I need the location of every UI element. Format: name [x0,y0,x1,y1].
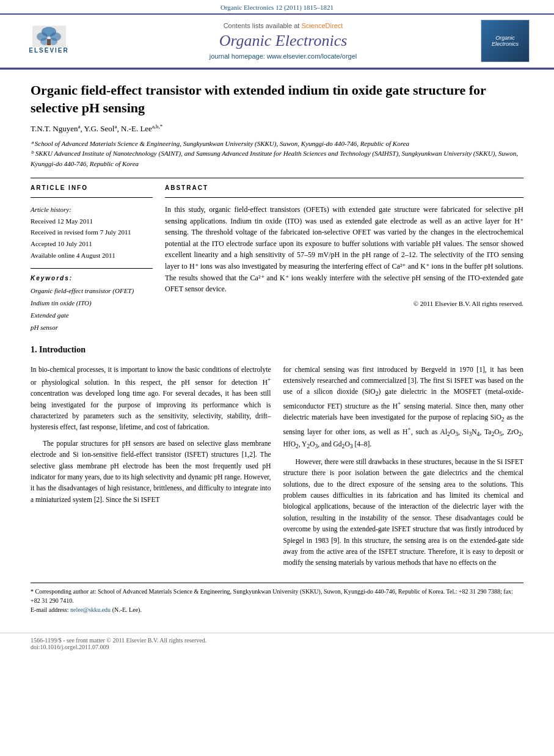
hfo2-sub: 2 [296,443,299,450]
received-revised-date: Received in revised form 7 July 2011 [31,228,131,236]
history-label: Article history: [31,204,153,216]
footnote-section: * Corresponding author at: School of Adv… [31,583,523,614]
abstract-text: In this study, organic field-effect tran… [165,204,523,295]
intro-section-title: 1. Introduction [31,345,523,355]
sio2-sub2: 2 [501,416,505,423]
cover-text: Organic Electronics [484,35,527,47]
h-plus-sup-3: + [407,426,410,432]
accepted-date: Accepted 10 July 2011 [31,240,92,247]
doi-line: doi:10.1016/j.orgel.2011.07.009 [31,644,523,650]
section-divider-1 [31,178,523,178]
copyright-line: © 2011 Elsevier B.V. All rights reserved… [165,300,523,307]
keyword-2: Indium tin oxide (ITO) [31,297,153,310]
abstract-divider [165,197,523,198]
intro-right-col: for chemical sensing was first introduce… [283,364,524,573]
abstract-column: ABSTRACT In this study, organic field-ef… [165,184,523,334]
received-date: Received 12 May 2011 [31,217,93,225]
intro-left-col: In bio-chemical processes, it is importa… [31,364,271,573]
svg-point-5 [40,38,49,45]
gd2o3-sub: 2 [342,443,345,450]
issn-line: 1566-1199/$ - see front matter © 2011 El… [31,637,523,644]
keywords-section: Keywords: Organic field-effect transisto… [31,268,153,333]
intro-two-col: In bio-chemical processes, it is importa… [31,364,523,573]
author-names: T.N.T. Nguyena, Y.G. Seola, N.-E. Leea,b… [31,124,162,133]
elsevier-logo: ELSEVIER [21,26,76,56]
al2o3-sub2: 3 [455,431,458,437]
author-sup-a2: a [114,123,117,129]
affiliations: ᵃ School of Advanced Materials Science &… [31,139,523,169]
zro2-sub: 2 [519,431,522,437]
intro-p4: However, there were still drawbacks in t… [283,456,524,569]
journal-citation-bar: Organic Electronics 12 (2011) 1815–1821 [0,0,554,13]
article-info-header: ARTICLE INFO [31,184,153,191]
footnote-corresponding: * Corresponding author at: School of Adv… [31,587,523,605]
journal-citation: Organic Electronics 12 (2011) 1815–1821 [221,4,333,11]
sio2-sub: 2 [376,391,379,398]
ta2o5-sub2: 5 [499,431,502,437]
authors-line: T.N.T. Nguyena, Y.G. Seola, N.-E. Leea,b… [31,123,523,133]
intro-p3: for chemical sensing was first introduce… [283,364,524,451]
h-plus-sup-1: + [268,376,271,383]
keyword-3: Extended gate [31,310,153,322]
intro-p2: The popular structures for pH sensors ar… [31,438,271,505]
journal-cover-image: Organic Electronics [481,20,530,62]
info-divider [31,197,153,198]
si3n4-sub2: 4 [477,431,480,437]
svg-point-6 [49,38,57,45]
keywords-list: Organic field-effect transistor (OFET) I… [31,285,153,333]
keywords-divider [31,268,153,269]
sciencedirect-line: Contents lists available at ScienceDirec… [86,22,481,29]
bottom-bar: 1566-1199/$ - see front matter © 2011 El… [0,633,554,654]
elsevier-brand-text: ELSEVIER [29,47,68,54]
info-abstract-section: ARTICLE INFO Article history: Received 1… [31,184,523,334]
publisher-logo-area: ELSEVIER [12,26,86,56]
sciencedirect-brand: ScienceDirect [301,22,343,29]
y2o3-sub2: 3 [315,443,318,450]
elsevier-tree-icon [32,26,66,47]
author-sup-a: a [78,123,81,129]
keywords-header: Keywords: [31,275,153,282]
journal-title-area: Contents lists available at ScienceDirec… [86,22,481,60]
journal-name: Organic Electronics [86,32,481,50]
page: Organic Electronics 12 (2011) 1815–1821 … [0,0,554,756]
al2o3-sub: 2 [447,431,450,437]
y2o3-sub: 2 [307,443,310,450]
keyword-4: pH sensor [31,322,153,334]
email-link: nelee@skku.edu [70,606,111,613]
article-history: Article history: Received 12 May 2011 Re… [31,204,153,261]
article-title: Organic field-effect transistor with ext… [31,82,523,117]
affiliation-a: ᵃ School of Advanced Materials Science &… [31,139,523,149]
journal-header: ELSEVIER Contents lists available at Sci… [0,13,554,68]
ta2o5-sub: 2 [491,431,494,437]
h-plus-sup-2: + [398,400,401,407]
gd2o3-sub2: 3 [350,443,353,450]
article-info-column: ARTICLE INFO Article history: Received 1… [31,184,153,334]
introduction-section: 1. Introduction In bio-chemical processe… [31,345,523,573]
author-sup-ab: a,b,* [152,123,163,129]
keyword-1: Organic field-effect transistor (OFET) [31,285,153,297]
si3n4-sub: 3 [468,431,472,437]
footnote-email: E-mail address: nelee@skku.edu (N.-E. Le… [31,605,523,614]
abstract-header: ABSTRACT [165,184,523,191]
article-content: Organic field-effect transistor with ext… [0,70,554,627]
affiliation-b: ᵇ SKKU Advanced Institute of Nanotechnol… [31,148,523,169]
intro-p1: In bio-chemical processes, it is importa… [31,364,271,433]
journal-homepage: journal homepage: www.elsevier.com/locat… [86,53,481,60]
available-online-date: Available online 4 August 2011 [31,252,115,259]
journal-cover-area: Organic Electronics [481,20,542,62]
